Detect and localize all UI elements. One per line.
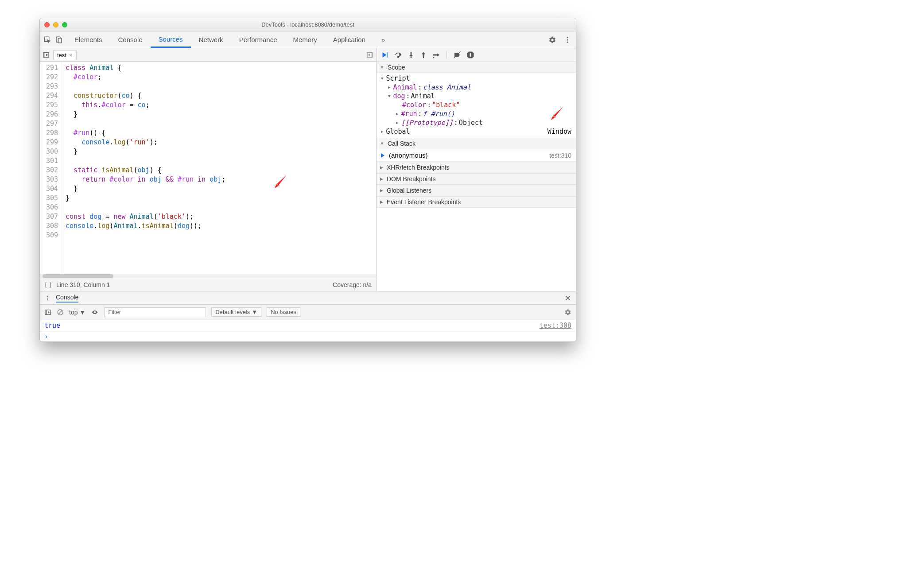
console-log-row[interactable]: true test:308: [40, 320, 576, 332]
scope-animal[interactable]: Animal: class Animal: [377, 83, 576, 92]
tab-console[interactable]: Console: [110, 31, 151, 48]
svg-rect-22: [433, 54, 437, 55]
svg-marker-11: [369, 54, 370, 55]
close-icon[interactable]: ×: [69, 52, 73, 58]
kebab-menu-icon[interactable]: [563, 36, 571, 44]
global-listeners-header[interactable]: Global Listeners: [377, 185, 576, 196]
navigator-toggle-icon[interactable]: [43, 51, 50, 58]
svg-rect-16: [411, 52, 412, 55]
svg-marker-36: [48, 311, 50, 313]
xhr-breakpoints-header[interactable]: XHR/fetch Breakpoints: [377, 162, 576, 173]
svg-rect-13: [387, 52, 388, 58]
pause-exceptions-icon[interactable]: [466, 51, 474, 59]
file-tab-test[interactable]: test ×: [53, 50, 77, 60]
svg-point-4: [567, 39, 568, 40]
clear-console-icon[interactable]: [57, 309, 64, 316]
console-output: true test:308 ›: [40, 320, 576, 341]
svg-marker-17: [409, 55, 413, 57]
log-levels-selector[interactable]: Default levels ▼: [211, 307, 261, 317]
step-out-icon[interactable]: [420, 51, 427, 59]
svg-marker-12: [383, 52, 387, 58]
svg-point-29: [47, 295, 48, 296]
debugger-panel: Scope Script Animal: class Animal dog: A…: [377, 48, 576, 291]
code-editor[interactable]: 2912922932942952962972982993003013023033…: [40, 62, 376, 274]
callstack-header[interactable]: Call Stack: [377, 138, 576, 149]
svg-point-3: [567, 37, 568, 38]
deactivate-breakpoints-icon[interactable]: [453, 51, 461, 59]
svg-point-18: [411, 57, 412, 58]
step-icon[interactable]: [432, 51, 440, 59]
coverage-label: Coverage: n/a: [333, 281, 372, 288]
svg-point-5: [567, 41, 568, 43]
svg-rect-2: [58, 38, 62, 43]
main-tabbar: Elements Console Sources Network Perform…: [40, 31, 576, 48]
sources-panel: test × 291292293294295296297298299300301…: [40, 48, 377, 291]
inspect-icon[interactable]: [43, 36, 51, 44]
resume-icon[interactable]: [380, 51, 389, 59]
issues-button[interactable]: No Issues: [267, 307, 300, 317]
horizontal-scrollbar[interactable]: [40, 274, 376, 278]
console-drawer: Console top ▼ Default levels ▼ No Issues…: [40, 291, 576, 341]
split-pane-icon[interactable]: [366, 51, 373, 58]
event-breakpoints-header[interactable]: Event Listener Breakpoints: [377, 196, 576, 208]
svg-rect-20: [423, 54, 424, 57]
settings-icon[interactable]: [548, 36, 556, 44]
titlebar: DevTools - localhost:8080/demo/test: [40, 18, 576, 31]
window-title: DevTools - localhost:8080/demo/test: [261, 21, 354, 28]
maximize-window-button[interactable]: [62, 22, 67, 27]
devtools-window: DevTools - localhost:8080/demo/test Elem…: [39, 18, 576, 342]
minimize-window-button[interactable]: [53, 22, 58, 27]
close-icon[interactable]: [564, 295, 571, 302]
scope-script[interactable]: Script: [377, 74, 576, 83]
scope-header[interactable]: Scope: [377, 62, 576, 73]
tab-more[interactable]: »: [373, 31, 393, 48]
scope-global[interactable]: GlobalWindow: [377, 127, 576, 136]
console-toolbar: top ▼ Default levels ▼ No Issues: [40, 305, 576, 320]
editor-statusbar: { } Line 310, Column 1 Coverage: n/a: [40, 278, 376, 291]
svg-marker-19: [422, 52, 425, 54]
log-source-link[interactable]: test:308: [540, 322, 571, 330]
filter-input[interactable]: [104, 307, 206, 317]
file-tabbar: test ×: [40, 48, 376, 62]
scope-tree: Script Animal: class Animal dog: Animal …: [377, 73, 576, 138]
step-into-icon[interactable]: [408, 51, 415, 59]
panel-tabs: Elements Console Sources Network Perform…: [66, 31, 393, 48]
callstack-frame[interactable]: (anonymous) test:310: [377, 149, 576, 162]
device-toggle-icon[interactable]: [55, 36, 63, 44]
svg-marker-8: [47, 54, 48, 55]
tab-elements[interactable]: Elements: [66, 31, 110, 48]
tab-network[interactable]: Network: [191, 31, 231, 48]
file-tab-name: test: [57, 52, 66, 58]
scope-dog-proto[interactable]: [[Prototype]]: Object: [377, 118, 576, 127]
tab-application[interactable]: Application: [325, 31, 373, 48]
dom-breakpoints-header[interactable]: DOM Breakpoints: [377, 173, 576, 185]
settings-icon[interactable]: [564, 309, 571, 316]
log-value: true: [44, 322, 60, 330]
scope-dog[interactable]: dog: Animal: [377, 92, 576, 101]
pretty-print-icon[interactable]: { }: [44, 281, 52, 288]
scope-dog-run[interactable]: #run: f #run(): [377, 109, 576, 118]
close-window-button[interactable]: [44, 22, 50, 27]
svg-point-15: [398, 56, 399, 58]
eye-icon[interactable]: [91, 309, 99, 315]
console-prompt[interactable]: ›: [40, 332, 576, 341]
svg-point-31: [47, 299, 48, 300]
kebab-menu-icon[interactable]: [44, 295, 50, 301]
svg-rect-27: [470, 53, 471, 57]
step-over-icon[interactable]: [394, 51, 402, 59]
cursor-position: Line 310, Column 1: [56, 281, 110, 288]
line-gutter: 2912922932942952962972982993003013023033…: [40, 62, 62, 274]
svg-line-38: [58, 310, 62, 314]
debug-toolbar: [377, 48, 576, 62]
sidebar-toggle-icon[interactable]: [44, 309, 51, 316]
svg-marker-23: [437, 53, 440, 57]
console-drawer-tab[interactable]: Console: [56, 294, 78, 303]
tab-sources[interactable]: Sources: [151, 31, 191, 48]
svg-point-24: [433, 57, 435, 58]
code-body: class Animal { #color; constructor(co) {…: [62, 62, 376, 274]
context-selector[interactable]: top ▼: [69, 309, 85, 316]
console-drawer-header: Console: [40, 291, 576, 305]
tab-performance[interactable]: Performance: [231, 31, 285, 48]
tab-memory[interactable]: Memory: [285, 31, 325, 48]
scope-dog-color[interactable]: #color: "black": [377, 101, 576, 109]
